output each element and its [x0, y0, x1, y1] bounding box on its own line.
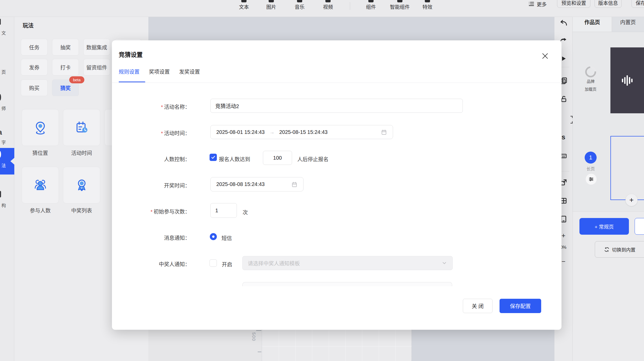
- gameplay-icon: [0, 152, 3, 159]
- toolbar-divider: [350, 2, 350, 10]
- save-button[interactable]: 保存: [632, 0, 644, 8]
- initial-times-unit: 次: [243, 208, 248, 216]
- panel-footer: + 常规页 切换到内置: [573, 211, 644, 361]
- range-arrow-icon: →: [269, 129, 275, 135]
- add-special-page-button[interactable]: [635, 218, 644, 235]
- tab-award-settings[interactable]: 发奖设置: [179, 68, 200, 75]
- page-settings-button[interactable]: [586, 174, 597, 185]
- smart-component-icon: [397, 0, 402, 2]
- pages-panel: 作品页 内置页 品牌 加载页 1 长页 + + 常规页: [573, 12, 644, 361]
- text-icon: [241, 0, 247, 2]
- field-label-message-notify: 消息通知：: [112, 234, 190, 241]
- audio-waveform-icon: [622, 75, 633, 86]
- calendar-icon: [291, 181, 298, 188]
- activity-time-range-picker[interactable]: 2025-08-01 15:24:43 → 2025-08-15 15:24:4…: [210, 125, 393, 139]
- component-card-guess-location[interactable]: [22, 109, 59, 146]
- component-label: 参与人数: [22, 207, 59, 214]
- hamburger-icon: [528, 1, 535, 7]
- toolbar-item-image[interactable]: 图片: [256, 0, 287, 10]
- initial-times-input[interactable]: 1: [210, 203, 237, 218]
- end-datetime: 2025-08-15 15:24:43: [279, 129, 328, 135]
- award-medal-icon: [74, 178, 89, 193]
- top-toolbar: 文本 图片 音乐 视频 组件 智能组件 特效: [0, 0, 644, 17]
- field-label-draw-time: 开奖时间：: [112, 182, 190, 189]
- zoom-in-button[interactable]: +: [561, 232, 565, 239]
- page-type-label: 长页: [583, 165, 598, 172]
- interaction-icon: [0, 192, 3, 199]
- winner-template-select[interactable]: 请选择中奖人通知模板: [242, 256, 453, 270]
- music-icon: [297, 0, 302, 2]
- close-button[interactable]: 关 闭: [463, 299, 493, 313]
- winner-notify-checkbox-label[interactable]: 开启: [222, 260, 232, 268]
- script-tool-icon[interactable]: s: [561, 134, 565, 140]
- component-card-winner-list[interactable]: [63, 167, 100, 203]
- component-card-participants[interactable]: [22, 167, 59, 203]
- add-regular-page-button[interactable]: + 常规页: [579, 218, 629, 235]
- toolbar-item-text[interactable]: 文本: [228, 0, 260, 10]
- left-nav-strip: 文 页 师 a 字 法 构: [0, 17, 14, 361]
- close-icon[interactable]: [541, 52, 549, 60]
- swap-refresh-icon: [604, 247, 610, 252]
- loading-spinner-icon: [583, 64, 598, 79]
- undo-icon[interactable]: [559, 19, 568, 27]
- clipped-textarea-top: [242, 282, 452, 286]
- image-icon: [269, 0, 274, 2]
- toolbar-item-smart-component[interactable]: 智能组件: [384, 0, 415, 10]
- effects-icon: [425, 0, 430, 2]
- toolbar-item-music[interactable]: 音乐: [284, 0, 315, 10]
- preview-settings-button[interactable]: 预览和设置: [557, 0, 590, 8]
- editor-app: 500 文本 图片 音乐 视频 组件 智能组件 特效: [0, 0, 644, 361]
- page-thumbnail-selected[interactable]: [610, 136, 644, 200]
- nav-item-gameplay-active[interactable]: 法: [0, 148, 14, 175]
- people-group-icon: [33, 178, 48, 193]
- switch-to-builtin-button[interactable]: 切换到内置: [595, 241, 644, 258]
- brand-loading-label: 加载页: [579, 86, 602, 92]
- toolbar-item-component[interactable]: 组件: [355, 0, 387, 10]
- capacity-checkbox-checked[interactable]: [210, 154, 217, 161]
- dialog-tabs: 规则设置 奖项设置 发奖设置: [119, 68, 200, 75]
- sms-radio-label[interactable]: 短信: [222, 234, 232, 242]
- tab-rule-settings[interactable]: 规则设置: [119, 68, 140, 75]
- sms-radio-selected[interactable]: [210, 233, 217, 240]
- tab-prize-settings[interactable]: 奖项设置: [149, 68, 170, 75]
- more-menu-button[interactable]: 更多: [528, 1, 547, 8]
- version-info-button[interactable]: 版本信息: [595, 0, 622, 8]
- location-pin-icon: [33, 120, 48, 135]
- capacity-count-input[interactable]: 100: [263, 151, 292, 165]
- ruler-tick: [256, 330, 261, 331]
- gameplay-button-data-integration[interactable]: 数据集成: [83, 39, 110, 55]
- component-label: 猜位置: [22, 149, 59, 157]
- designer-icon: [0, 95, 3, 102]
- active-tab-underline: [119, 82, 145, 82]
- dialog-title: 竞猜设置: [119, 50, 143, 59]
- add-page-button[interactable]: +: [626, 194, 637, 206]
- beta-badge: beta: [69, 76, 84, 83]
- gameplay-button-lottery[interactable]: 抽奖: [52, 39, 79, 55]
- select-placeholder: 请选择中奖人通知模板: [248, 259, 300, 267]
- field-label-winner-notify: 中奖人通知：: [112, 260, 190, 268]
- component-card-activity-time[interactable]: [63, 109, 100, 146]
- gameplay-button-purchase[interactable]: 购买: [21, 79, 48, 96]
- gameplay-button-lead-form[interactable]: 留资组件: [83, 59, 110, 76]
- capacity-checkbox-label[interactable]: 报名人数达到: [219, 155, 250, 163]
- font-icon: a: [0, 129, 3, 136]
- calendar-clock-icon: [74, 120, 89, 135]
- activity-name-input[interactable]: 竞猜活动2: [210, 99, 463, 113]
- guess-settings-dialog: 竞猜设置 规则设置 奖项设置 发奖设置 *活动名称： 竞猜活动2 *活动时间： …: [112, 40, 561, 330]
- component-label: 活动时间: [63, 149, 100, 157]
- page-icon: [0, 59, 3, 65]
- brand-loading-thumbnail[interactable]: [610, 47, 644, 113]
- winner-notify-checkbox-unchecked[interactable]: [210, 259, 217, 267]
- field-label-activity-time: *活动时间：: [112, 129, 190, 137]
- gameplay-button-coupon[interactable]: 发券: [21, 59, 48, 76]
- capacity-suffix-label: 人后停止报名: [297, 155, 329, 163]
- gameplay-button-checkin[interactable]: 打卡: [52, 59, 79, 76]
- toolbar-item-effects[interactable]: 特效: [412, 0, 443, 10]
- toolbar-item-video[interactable]: 视频: [312, 0, 344, 10]
- active-notch: [10, 158, 14, 165]
- calendar-icon: [381, 129, 387, 135]
- zoom-out-button[interactable]: −: [561, 258, 565, 265]
- draw-time-picker[interactable]: 2025-08-08 15:24:43: [210, 177, 304, 191]
- save-config-button[interactable]: 保存配置: [500, 299, 541, 313]
- gameplay-button-task[interactable]: 任务: [21, 39, 48, 55]
